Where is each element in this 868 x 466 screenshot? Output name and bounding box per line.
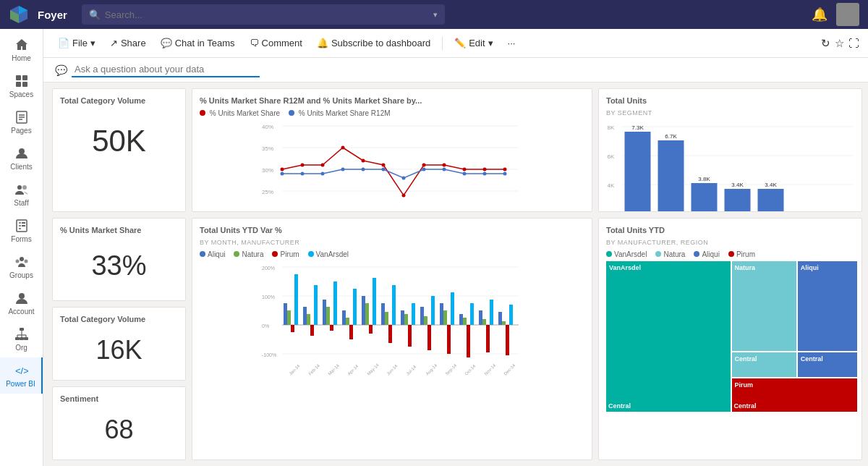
svg-rect-147	[427, 325, 431, 350]
treemap-central-vanarsdel: Central	[606, 400, 731, 412]
chat-label: Chat in Teams	[175, 38, 235, 48]
svg-rect-153	[459, 314, 463, 325]
svg-rect-143	[408, 325, 412, 347]
line-chart-title: % Units Market Share R12M and % Units Ma…	[200, 96, 584, 105]
svg-point-52	[443, 164, 446, 167]
sidebar-item-powerbi[interactable]: </> Power BI	[0, 357, 43, 394]
line-chart-card: % Units Market Share R12M and % Units Ma…	[192, 88, 592, 212]
total-units-subtitle: BY SEGMENT	[606, 109, 854, 116]
svg-point-47	[341, 146, 345, 150]
spaces-icon	[14, 74, 29, 88]
svg-point-22	[24, 260, 27, 263]
svg-rect-117	[284, 303, 287, 325]
svg-rect-145	[420, 307, 424, 325]
sidebar-item-label: Spaces	[9, 90, 33, 98]
share-icon: ↗	[110, 38, 118, 48]
more-button[interactable]: ···	[502, 35, 522, 51]
comment-label: Comment	[262, 38, 302, 48]
legend-dot-red	[200, 110, 205, 116]
svg-rect-141	[401, 310, 404, 325]
share-button[interactable]: ↗ Share	[104, 35, 152, 51]
svg-text:Feb-14: Feb-14	[307, 363, 320, 376]
svg-point-67	[503, 172, 507, 176]
svg-point-23	[19, 293, 25, 299]
svg-rect-138	[385, 312, 388, 325]
sidebar-item-account[interactable]: Account	[0, 285, 43, 321]
total-category-volume-value: 50K	[60, 109, 178, 173]
share-label: Share	[121, 38, 146, 48]
sidebar-item-forms[interactable]: Forms	[0, 213, 43, 249]
favorite-icon[interactable]: ☆	[835, 37, 844, 50]
svg-rect-164	[509, 305, 513, 325]
sidebar-item-home[interactable]: Home	[0, 32, 43, 68]
refresh-icon[interactable]: ↻	[821, 37, 830, 50]
svg-text:8K: 8K	[608, 124, 615, 131]
edit-button[interactable]: ✏️ Edit ▾	[448, 35, 498, 51]
treemap: VanArsdel Natura Aliqui Central Central	[606, 261, 854, 399]
svg-text:Jul-14: Jul-14	[405, 364, 417, 376]
svg-rect-24	[20, 328, 24, 331]
svg-rect-122	[307, 314, 310, 325]
treemap-aliqui: Aliqui	[798, 261, 857, 351]
svg-rect-121	[303, 307, 307, 325]
svg-point-51	[422, 164, 426, 167]
sidebar-item-pages[interactable]: Pages	[0, 104, 43, 140]
ask-question-input[interactable]	[72, 62, 260, 77]
sidebar-item-groups[interactable]: Groups	[0, 249, 43, 285]
svg-point-12	[17, 185, 22, 190]
topbar: Foyer 🔍 ▾ 🔔	[0, 0, 868, 29]
svg-text:Nov-14: Nov-14	[483, 363, 496, 376]
sidebar-item-clients[interactable]: Clients	[0, 140, 43, 177]
svg-text:35%: 35%	[262, 145, 273, 152]
svg-rect-163	[506, 325, 509, 355]
svg-text:Aug-14: Aug-14	[425, 363, 438, 376]
home-icon	[14, 38, 29, 52]
sidebar-item-staff[interactable]: Staff	[0, 177, 43, 213]
fullscreen-icon[interactable]: ⛶	[848, 37, 859, 49]
comment-button[interactable]: 🗨 Comment	[244, 35, 308, 51]
svg-rect-132	[353, 289, 357, 325]
search-input[interactable]	[105, 9, 430, 20]
svg-point-45	[301, 164, 305, 167]
svg-rect-98	[758, 189, 784, 212]
account-icon	[14, 291, 29, 305]
svg-rect-146	[424, 316, 427, 325]
toolbar-right: ↻ ☆ ⛶	[821, 37, 859, 50]
svg-rect-151	[447, 325, 451, 354]
avatar[interactable]	[836, 3, 859, 26]
svg-rect-137	[381, 303, 385, 325]
chat-button[interactable]: 💬 Chat in Teams	[155, 35, 241, 51]
svg-point-44	[281, 168, 284, 171]
sidebar-item-org[interactable]: Org	[0, 321, 43, 357]
legend-dot-blue	[289, 110, 294, 116]
toolbar: 📄 File ▾ ↗ Share 💬 Chat in Teams 🗨 Comme…	[43, 29, 868, 58]
edit-icon: ✏️	[454, 38, 466, 48]
sidebar: Home Spaces Pages Clients Staff Forms Gr…	[0, 29, 43, 466]
pct-units-value: 33%	[60, 239, 178, 293]
svg-rect-134	[365, 303, 369, 325]
svg-text:40%: 40%	[262, 124, 273, 130]
svg-point-63	[422, 168, 426, 171]
org-icon	[14, 327, 29, 342]
svg-rect-6	[22, 82, 27, 87]
subscribe-button[interactable]: 🔔 Subscribe to dashboard	[311, 35, 436, 51]
dashboard: Total Category Volume 50K % Units Market…	[43, 82, 868, 466]
sentiment-value: 68	[60, 407, 178, 452]
content-area: 📄 File ▾ ↗ Share 💬 Chat in Teams 🗨 Comme…	[43, 29, 868, 466]
svg-rect-149	[440, 303, 443, 325]
svg-rect-96	[725, 189, 751, 212]
svg-text:</>: </>	[15, 365, 28, 376]
sidebar-item-spaces[interactable]: Spaces	[0, 68, 43, 104]
card-title: Total Category Volume	[60, 96, 178, 105]
sidebar-item-label: Home	[12, 54, 31, 62]
svg-text:Dec-14: Dec-14	[503, 363, 516, 376]
svg-point-65	[463, 172, 467, 176]
svg-rect-120	[294, 274, 298, 325]
sidebar-item-label: Clients	[10, 163, 33, 171]
svg-rect-162	[502, 321, 506, 325]
notification-icon[interactable]: 🔔	[812, 7, 827, 22]
total-units-title: Total Units	[606, 96, 854, 105]
file-button[interactable]: 📄 File ▾	[52, 35, 101, 51]
groups-icon	[14, 255, 29, 269]
search-bar[interactable]: 🔍 ▾	[82, 4, 446, 25]
